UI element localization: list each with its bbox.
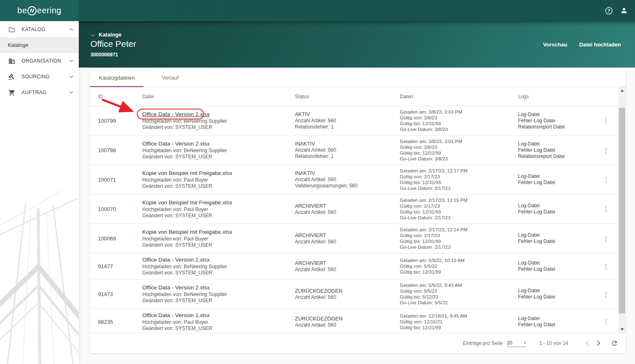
sidebar-item-label: AUFTRAG [22,90,46,95]
status-detail: Anzahl Artikel: 560 [295,294,400,301]
per-page-select[interactable]: 10 ▾ [507,340,526,347]
file-name-link[interactable]: Office Data - Version 2.xlsx [142,256,295,264]
status-cell: ARCHIVIERT Anzahl Artikel: 560 [295,203,400,216]
kebab-menu-icon[interactable]: ⋮ [603,147,609,154]
next-page-button[interactable] [597,340,601,346]
kebab-menu-icon[interactable]: ⋮ [603,263,609,270]
file-cell: Office Data - Version 2.xlsx Hochgeladen… [142,140,295,160]
page-title: Office Peter [90,39,136,49]
row-id: 91473 [98,291,142,297]
status-detail: Relationsfehler: 1 [295,153,400,160]
error-log-file-link[interactable]: Fehler-Log Datei [518,118,594,124]
changed-by: Geändert von: SYSTEM_USER [142,270,295,276]
sidebar-item-sourcing[interactable]: SOURCING [0,69,79,85]
catalog-id: 3000006971 [90,52,118,58]
chevron-down-icon [69,75,73,78]
error-log-file-link[interactable]: Fehler-Log Datei [518,209,594,215]
kebab-menu-icon[interactable]: ⋮ [603,117,609,124]
scroll-down-button[interactable] [618,326,625,333]
refresh-button[interactable] [611,340,618,347]
tab-katalogdateien[interactable]: Katalogdateien [90,68,144,87]
svg-text:?: ? [608,8,611,13]
table-header-row: ID Datei Status Daten Logs [90,87,618,106]
error-log-file-link[interactable]: Fehler-Log Datei [518,147,594,153]
upload-file-button[interactable]: Datei hochladen [579,41,621,48]
loaded-at: Geladen am: 2/17/23, 12:14 PM [400,227,518,233]
error-log-file-link[interactable]: Fehler-Log Datei [518,238,594,245]
dates-cell: Geladen am: 2/17/23, 12:15 PM Gültig von… [400,197,518,221]
column-header-id: ID [98,94,142,99]
sidebar-item-label: SOURCING [22,74,50,80]
log-file-link[interactable]: Log-Datei [518,141,594,147]
file-cell: Kopie von Beispiel mit Freigabe.xlsx Hoc… [142,228,295,248]
catalog-files-table: ID Datei Status Daten Logs 100799 Office… [90,87,618,333]
sidebar-item-organisation[interactable]: ORGANISATION [0,53,79,69]
help-icon[interactable]: ? [605,7,613,15]
uploaded-by: Hochgeladen von: BeNeering Supplier [142,148,295,154]
kebab-menu-icon[interactable]: ⋮ [603,318,609,325]
log-file-link[interactable]: Log-Datei [518,315,594,322]
table-row: 91477 Office Data - Version 2.xlsx Hochg… [90,253,618,279]
valid-from: Gültig von: 2/17/23 [400,203,518,209]
chevron-down-icon [69,91,73,94]
preview-button[interactable]: Vorschau [543,41,567,48]
log-file-link[interactable]: Log-Datei [518,260,594,266]
valid-until: Gültig bis: 12/31/99 [400,150,518,156]
table-body: 100799 Office Data - Version 2.xlsx Hoch… [90,106,618,333]
valid-until: Gültig bis: 5/12/23 [400,294,518,300]
kebab-menu-icon[interactable]: ⋮ [603,291,609,298]
sidebar-item-auftrag[interactable]: AUFTRAG [0,85,79,100]
relations-report-link[interactable]: Relationsreport Datei [518,153,594,160]
error-log-file-link[interactable]: Fehler-Log Datei [518,294,594,300]
file-name-link[interactable]: Kopie von Beispiel mit Freigabe.xlsx [142,199,295,206]
log-file-link[interactable]: Log-Datei [518,232,594,238]
uploaded-by: Hochgeladen von: Paul Buyer [142,206,295,213]
relations-report-link[interactable]: Relationsreport Datei [518,124,594,130]
file-name-link[interactable]: Office Data - Version 2.xlsx [142,140,295,148]
go-live-date: Go-Live Datum: 5/5/22 [400,300,518,306]
file-name-link[interactable]: Office Data - Version 2.xlsx [142,284,295,291]
back-to-kataloge-link[interactable]: ← Kataloge [90,32,122,38]
error-log-file-link[interactable]: Fehler-Log Datei [518,322,594,328]
sidebar-item-kataloge-active[interactable]: Kataloge [0,37,79,53]
file-name-link[interactable]: Kopie von Beispiel mit Freigabe.xlsx [142,170,295,177]
status-detail: Anzahl Artikel: 560 [295,177,400,183]
file-name-link[interactable]: Kopie von Beispiel mit Freigabe.xlsx [142,228,295,236]
table-row: 91473 Office Data - Version 2.xlsx Hochg… [90,279,618,309]
row-menu-cell: ⋮ [594,290,618,298]
logs-cell: Log-Datei Fehler-Log Datei [518,260,594,272]
status-detail: Anzahl Artikel: 560 [295,239,400,245]
pagination-range: 1 - 10 von 14 [539,340,568,346]
vertical-scrollbar[interactable] [618,87,625,333]
row-id: 100798 [98,147,142,153]
log-file-link[interactable]: Log-Datei [518,288,594,294]
scroll-up-button[interactable] [618,87,625,94]
valid-from: Gültig von: 2/17/23 [400,233,518,238]
app-window: be N eering ? KATALOG [0,0,635,364]
status-badge: INAKTIV [295,170,400,177]
previous-page-button[interactable] [586,340,589,346]
sidebar-item-katalog[interactable]: KATALOG [0,22,79,37]
logs-cell: Log-Datei Fehler-Log Datei [518,203,594,215]
chevron-up-icon [69,28,73,31]
valid-from: Gültig von: 3/8/23 [400,115,518,121]
column-header-datei: Datei [142,94,295,99]
error-log-file-link[interactable]: Fehler-Log Datei [518,180,594,186]
kebab-menu-icon[interactable]: ⋮ [603,235,609,242]
status-detail: Anzahl Artikel: 560 [295,209,400,216]
log-file-link[interactable]: Log-Datei [518,173,594,180]
user-account-icon[interactable] [620,7,628,15]
kebab-menu-icon[interactable]: ⋮ [603,176,609,183]
valid-until: Gültig bis: 12/31/99 [400,121,518,126]
kebab-menu-icon[interactable]: ⋮ [603,206,609,213]
scrollbar-thumb[interactable] [619,108,625,313]
topbar-actions: ? [605,7,635,15]
error-log-file-link[interactable]: Fehler-Log Datei [518,266,594,272]
log-file-link[interactable]: Log-Datei [518,203,594,209]
row-id: 100070 [98,206,142,212]
file-name-link[interactable]: Office Data - Version 1.xlsx [142,312,295,319]
file-name-link[interactable]: Office Data - Version 2.xlsx [142,111,295,118]
logo-block: be N eering [0,0,79,21]
tab-verlauf[interactable]: Verlauf [144,68,197,87]
log-file-link[interactable]: Log-Datei [518,112,594,118]
